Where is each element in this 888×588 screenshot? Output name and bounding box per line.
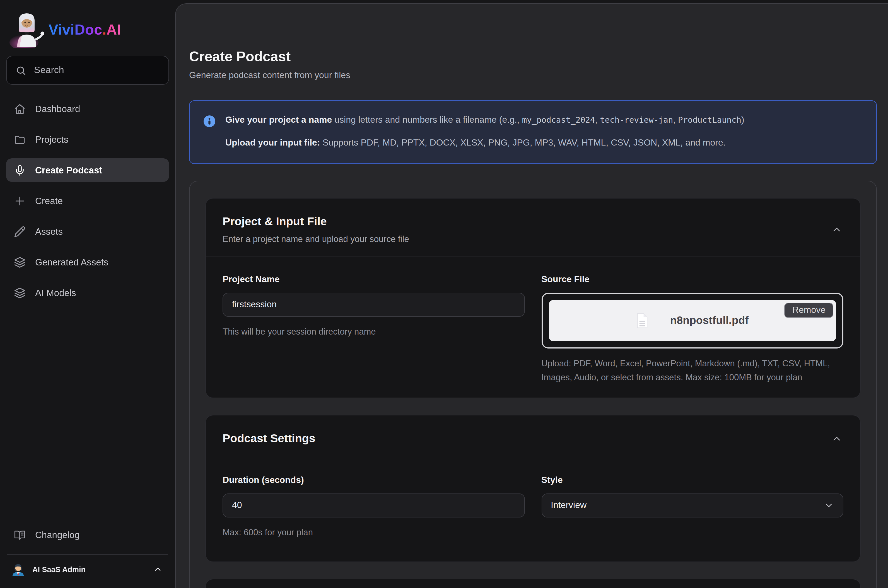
sidebar-item-label: Create Podcast [35,165,102,176]
sidebar-item-dashboard[interactable]: Dashboard [6,97,169,120]
sidebar-item-ai-models[interactable]: AI Models [6,281,169,304]
folder-icon [14,134,26,145]
card-title: Podcast Settings [222,431,843,445]
sidebar-item-label: Dashboard [35,104,80,114]
chevron-down-icon [824,500,834,510]
brand-dot: . [102,21,107,38]
info-code-2: tech-review-jan [600,116,673,124]
project-name-input[interactable] [222,292,524,316]
microphone-icon [14,164,26,176]
brand-logo[interactable]: ViviDoc.AI [6,7,169,56]
main-panel: Create Podcast Generate podcast content … [175,3,888,588]
search-icon [16,65,26,75]
collapse-button[interactable] [830,223,843,236]
card-header: Project & Input File Enter a project nam… [206,198,860,256]
brand-part1: ViviDoc [48,21,102,38]
source-file-label: Source File [541,273,843,285]
sidebar-item-label: Projects [35,134,68,145]
card-subtitle: Enter a project name and upload your sou… [222,233,843,244]
sidebar-item-label: AI Models [35,288,76,298]
book-open-icon [14,529,26,541]
sidebar-item-assets[interactable]: Assets [6,220,169,243]
brand-part2: AI [107,21,121,38]
style-label: Style [541,474,843,485]
sidebar-item-label: Create [35,195,63,206]
card-podcast-settings: Podcast Settings Duration (seconds) Max:… [205,415,861,562]
duration-field: Duration (seconds) Max: 600s for your pl… [222,474,524,539]
layers-icon [14,256,26,268]
info-line1-text: using letters and numbers like a filenam… [332,115,522,124]
info-line-1: Give your project a name using letters a… [225,114,744,126]
page-subtitle: Generate podcast content from your files [189,70,877,80]
sidebar-item-projects[interactable]: Projects [6,128,169,151]
card-project-input-file: Project & Input File Enter a project nam… [205,198,861,398]
remove-file-button[interactable]: Remove [784,303,833,318]
info-line1-close: ) [741,115,744,124]
sidebar-item-label: Assets [35,226,63,237]
collapse-button[interactable] [830,432,843,445]
sidebar-nav: Dashboard Projects Create Podcast Create [6,97,169,312]
user-name: AI SaaS Admin [32,565,86,573]
info-text: Give your project a name using letters a… [225,114,744,148]
duration-helper: Max: 600s for your plan [222,525,524,539]
duration-label: Duration (seconds) [222,474,524,485]
source-file-helper: Upload: PDF, Word, Excel, PowerPoint, Ma… [541,356,843,384]
chevron-up-icon [831,433,842,444]
podcast-form: Project & Input File Enter a project nam… [189,180,877,588]
info-line1-bold: Give your project a name [225,115,332,124]
project-name-field: Project Name This will be your session d… [222,273,524,384]
info-line-2: Upload your input file: Supports PDF, MD… [225,137,744,149]
card-title: Project & Input File [222,214,843,228]
style-select[interactable]: Interview [541,493,843,517]
source-file-field: Source File [541,273,843,384]
search-input[interactable]: Search [6,56,169,85]
uploaded-file-name: n8npostfull.pdf [670,314,749,327]
duration-input[interactable] [222,493,524,517]
layers-icon [14,287,26,298]
mascot-avatar-icon [9,11,46,48]
uploaded-file-chip: n8npostfull.pdf Remove [548,300,836,341]
sidebar-item-changelog[interactable]: Changelog [6,524,169,547]
sidebar-item-create[interactable]: Create [6,189,169,213]
info-code-1: my_podcast_2024 [522,116,595,124]
document-icon [636,312,649,328]
card-body: Project Name This will be your session d… [206,256,860,397]
chevron-up-icon[interactable] [153,565,162,574]
info-line2-text: Supports PDF, MD, PPTX, DOCX, XLSX, PNG,… [320,138,726,147]
card-header: Podcast Settings [206,415,860,457]
info-banner: Give your project a name using letters a… [189,100,877,164]
pencil-icon [14,225,26,237]
page-title: Create Podcast [189,47,877,65]
sidebar-item-generated-assets[interactable]: Generated Assets [6,250,169,274]
user-menu[interactable]: AI SaaS Admin [6,555,169,580]
style-select-value: Interview [551,500,586,510]
app-root: ViviDoc.AI Search Dashboard Projects [0,0,888,588]
project-name-helper: This will be your session directory name [222,324,524,338]
sidebar-item-label: Generated Assets [35,257,108,267]
project-name-label: Project Name [222,273,524,285]
brand-name: ViviDoc.AI [48,21,121,38]
plus-icon [14,195,26,207]
sidebar-item-label: Changelog [35,530,80,540]
source-file-dropzone: n8npostfull.pdf Remove [541,292,843,348]
main-area: Create Podcast Generate podcast content … [175,0,888,588]
sidebar-item-create-podcast[interactable]: Create Podcast [6,158,169,182]
sidebar: ViviDoc.AI Search Dashboard Projects [0,0,175,588]
style-field: Style Interview [541,474,843,539]
home-icon [14,103,26,115]
card-next-section [205,579,861,588]
info-code-3: ProductLaunch [678,116,741,124]
card-body: Duration (seconds) Max: 600s for your pl… [206,457,860,561]
info-line2-bold: Upload your input file: [225,138,320,147]
chevron-up-icon [831,224,842,235]
sidebar-bottom: Changelog AI SaaS Admin [6,524,169,580]
info-icon [203,115,216,128]
search-placeholder: Search [34,64,64,76]
user-avatar [11,562,26,577]
info-sep: , [673,115,678,124]
info-sep: , [595,115,600,124]
